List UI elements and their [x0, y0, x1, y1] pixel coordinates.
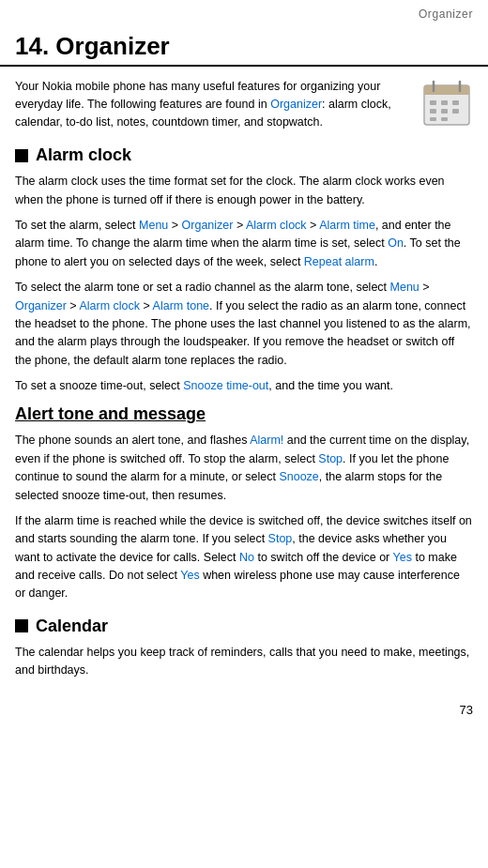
snooze-timeout-link: Snooze time-out	[183, 379, 268, 392]
page-header: Organizer	[0, 0, 488, 24]
calendar-heading: Calendar	[15, 617, 473, 636]
yes-link2: Yes	[180, 569, 199, 582]
main-title: 14. Organizer	[0, 24, 488, 67]
svg-rect-2	[424, 91, 469, 95]
alarm-clock-title: Alarm clock	[36, 145, 131, 165]
svg-rect-10	[452, 109, 459, 114]
alert-tone-section: Alert tone and message The phone sounds …	[15, 404, 473, 602]
alarm-clock-heading: Alarm clock	[15, 145, 473, 165]
svg-rect-12	[441, 117, 448, 121]
repeat-alarm-link: Repeat alarm	[304, 255, 374, 268]
svg-rect-11	[430, 117, 436, 121]
alarm-flash-link: Alarm!	[250, 434, 283, 447]
alarm-para4: To set a snooze time-out, select Snooze …	[15, 377, 473, 395]
calendar-title: Calendar	[36, 617, 108, 636]
header-title: Organizer	[419, 8, 473, 21]
alarm-clock-link1: Alarm clock	[246, 219, 307, 232]
svg-rect-8	[430, 109, 436, 114]
menu-link1: Menu	[139, 219, 168, 232]
svg-rect-6	[441, 100, 448, 105]
svg-rect-9	[441, 109, 448, 114]
stop-link1: Stop	[318, 452, 343, 465]
no-link: No	[239, 551, 254, 564]
alarm-tone-link: Alarm tone	[153, 299, 209, 312]
alarm-para1: The alarm clock uses the time format set…	[15, 173, 473, 209]
alert-para1: The phone sounds an alert tone, and flas…	[15, 432, 473, 505]
alarm-time-link: Alarm time	[319, 219, 375, 232]
intro-organizer-link: Organizer	[270, 98, 322, 111]
yes-link1: Yes	[393, 551, 412, 564]
alarm-para3: To select the alarm tone or set a radio …	[15, 279, 473, 370]
page-number: 73	[0, 688, 488, 724]
organizer-icon	[420, 78, 473, 130]
section-square-icon2	[15, 619, 28, 632]
calendar-section: Calendar The calendar helps you keep tra…	[15, 617, 473, 680]
alarm-clock-link2: Alarm clock	[79, 299, 140, 312]
alert-tone-title: Alert tone and message	[15, 404, 206, 423]
on-link: On	[388, 236, 404, 250]
snooze-link1: Snooze	[279, 470, 318, 483]
intro-section: Your Nokia mobile phone has many useful …	[15, 78, 473, 130]
organizer-link1: Organizer	[182, 219, 234, 232]
svg-rect-5	[430, 100, 436, 105]
intro-text: Your Nokia mobile phone has many useful …	[15, 78, 420, 130]
alarm-clock-section: Alarm clock The alarm clock uses the tim…	[15, 145, 473, 395]
section-square-icon	[15, 149, 28, 162]
alert-tone-heading: Alert tone and message	[15, 404, 473, 424]
organizer-link2: Organizer	[15, 299, 67, 312]
alert-para2: If the alarm time is reached while the d…	[15, 512, 473, 603]
calendar-para1: The calendar helps you keep track of rem…	[15, 644, 473, 680]
alarm-para2: To set the alarm, select Menu > Organize…	[15, 217, 473, 271]
svg-rect-7	[452, 100, 459, 105]
stop-link2: Stop	[268, 532, 293, 545]
menu-link2: Menu	[390, 281, 419, 294]
